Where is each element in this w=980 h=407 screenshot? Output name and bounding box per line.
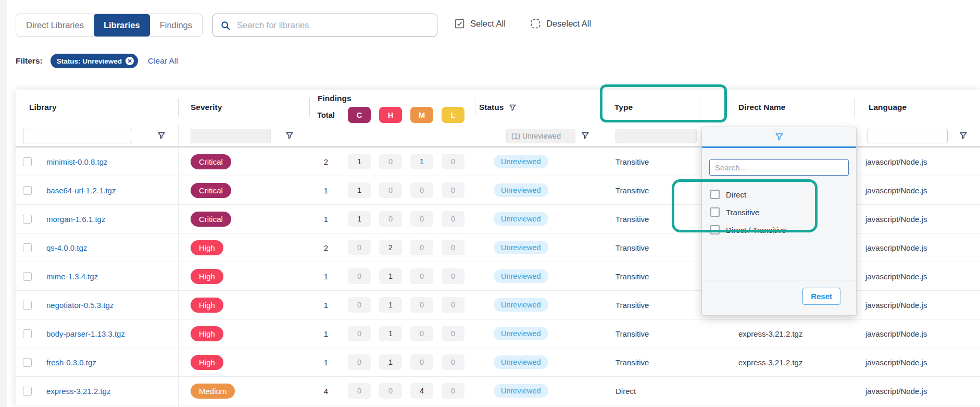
- remove-filter-icon[interactable]: ✕: [125, 57, 134, 65]
- low-count: 0: [442, 297, 464, 313]
- type-filter-popup-header: [702, 127, 856, 148]
- column-header-status: Status: [479, 90, 517, 125]
- library-link[interactable]: negotiator-0.5.3.tgz: [46, 301, 114, 310]
- critical-count: 0: [348, 297, 371, 313]
- tab-findings[interactable]: Findings: [150, 14, 202, 36]
- libraries-page: Direct Libraries Libraries Findings Sele…: [0, 0, 980, 407]
- tab-direct-libraries[interactable]: Direct Libraries: [16, 14, 94, 36]
- critical-count: 0: [348, 240, 371, 255]
- library-link[interactable]: base64-url-1.2.1.tgz: [46, 186, 116, 195]
- checkbox-icon[interactable]: [710, 225, 720, 235]
- row-checkbox[interactable]: [23, 329, 32, 338]
- column-header-findings: Findings Total CHML: [318, 94, 464, 123]
- findings-cell: 2 1 0 1 0: [309, 147, 475, 176]
- view-tab-group: Direct Libraries Libraries Findings: [16, 14, 203, 37]
- low-count: 0: [442, 154, 464, 169]
- language-cell: javascript/Node.js: [854, 262, 980, 290]
- funnel-icon[interactable]: [775, 132, 784, 141]
- library-link[interactable]: morgan-1.6.1.tgz: [46, 215, 105, 224]
- medium-count: 0: [410, 182, 433, 198]
- severity-badge: Medium: [191, 384, 235, 399]
- clear-all-filters-link[interactable]: Clear All: [148, 56, 178, 66]
- high-count: 1: [379, 354, 402, 370]
- type-cell: Transitive: [597, 291, 700, 319]
- type-cell: Transitive: [597, 348, 700, 376]
- findings-cell: 1 0 1 0 0: [309, 291, 475, 319]
- library-link[interactable]: body-parser-1.13.3.tgz: [46, 329, 125, 338]
- row-checkbox[interactable]: [23, 358, 32, 367]
- severity-badge: High: [191, 240, 223, 255]
- status-badge: Unreviewed: [494, 269, 548, 283]
- type-option-transitive[interactable]: Transitive: [710, 203, 786, 221]
- row-checkbox[interactable]: [23, 215, 32, 224]
- findings-total-value: 1: [312, 186, 340, 195]
- status-filter-input[interactable]: [506, 129, 575, 143]
- library-cell: minimist-0.0.8.tgz: [16, 147, 178, 176]
- status-filter-funnel-icon[interactable]: [509, 104, 517, 112]
- critical-count: 1: [348, 154, 371, 169]
- type-filter-input[interactable]: [615, 129, 697, 143]
- row-checkbox[interactable]: [23, 272, 32, 281]
- severity-cell: High: [178, 262, 309, 290]
- library-link[interactable]: qs-4.0.0.tgz: [46, 243, 87, 252]
- row-checkbox[interactable]: [23, 157, 32, 166]
- status-cell: Unreviewed: [475, 291, 597, 319]
- findings-total-value: 2: [312, 243, 340, 252]
- type-filter-popup-footer: Reset: [702, 280, 856, 316]
- low-count: 0: [442, 182, 464, 198]
- type-cell: Transitive: [597, 233, 700, 262]
- library-cell: negotiator-0.5.3.tgz: [16, 291, 178, 319]
- select-all-button[interactable]: Select All: [454, 18, 506, 29]
- library-cell: qs-4.0.0.tgz: [16, 233, 178, 262]
- type-filter-search-input[interactable]: [709, 159, 849, 176]
- library-filter-input[interactable]: [23, 129, 132, 143]
- status-badge: Unreviewed: [494, 298, 548, 312]
- findings-total-value: 1: [312, 301, 340, 310]
- status-cell: Unreviewed: [475, 147, 597, 176]
- severity-badge: Critical: [191, 154, 231, 169]
- findings-cell: 1 0 1 0 0: [309, 348, 475, 376]
- critical-count: 1: [348, 182, 371, 198]
- findings-total-label: Total: [312, 111, 340, 119]
- medium-count: 1: [410, 154, 433, 169]
- row-checkbox[interactable]: [23, 301, 32, 310]
- library-cell: express-3.21.2.tgz: [16, 377, 178, 405]
- status-cell: Unreviewed: [475, 377, 597, 405]
- library-cell: body-parser-1.13.3.tgz: [16, 319, 178, 348]
- deselect-all-button[interactable]: Deselect All: [530, 18, 591, 29]
- medium-count: 0: [410, 268, 433, 284]
- search-input[interactable]: [237, 20, 430, 30]
- type-filter-options: DirectTransitiveDirect / Transitive: [710, 186, 786, 239]
- tab-libraries[interactable]: Libraries: [94, 14, 150, 36]
- library-filter-funnel-icon[interactable]: [157, 131, 166, 140]
- type-option-direct[interactable]: Direct: [710, 186, 786, 203]
- status-header-label: Status: [479, 103, 504, 112]
- checkbox-icon[interactable]: [710, 190, 720, 199]
- library-link[interactable]: mime-1.3.4.tgz: [46, 272, 98, 281]
- table-row: body-parser-1.13.3.tgz High 1 0 1 0 0 Un…: [16, 319, 980, 348]
- type-option-direct-transitive[interactable]: Direct / Transitive: [710, 221, 786, 239]
- severity-filter-funnel-icon[interactable]: [285, 131, 294, 140]
- library-cell: mime-1.3.4.tgz: [16, 262, 178, 290]
- language-cell: javascript/Node.js: [854, 291, 980, 319]
- type-cell: Transitive: [597, 262, 700, 290]
- library-link[interactable]: fresh-0.3.0.tgz: [46, 358, 96, 367]
- language-filter-input[interactable]: [868, 129, 948, 143]
- library-link[interactable]: minimist-0.0.8.tgz: [46, 157, 108, 166]
- language-cell: javascript/Node.js: [854, 233, 980, 262]
- severity-filter-input[interactable]: [191, 129, 271, 143]
- critical-count: 0: [348, 326, 371, 341]
- reset-button[interactable]: Reset: [802, 288, 840, 305]
- checkbox-icon[interactable]: [710, 207, 720, 217]
- critical-count: 1: [348, 211, 371, 227]
- status-filter-funnel-icon[interactable]: [581, 131, 589, 140]
- severity-cell: Medium: [178, 377, 309, 405]
- high-count: 0: [379, 383, 402, 399]
- library-link[interactable]: express-3.21.2.tgz: [46, 387, 110, 396]
- medium-count: 0: [410, 240, 433, 255]
- findings-total-value: 1: [312, 215, 340, 224]
- row-checkbox[interactable]: [23, 186, 32, 195]
- language-filter-funnel-icon[interactable]: [959, 131, 968, 140]
- row-checkbox[interactable]: [23, 243, 32, 252]
- row-checkbox[interactable]: [23, 387, 32, 396]
